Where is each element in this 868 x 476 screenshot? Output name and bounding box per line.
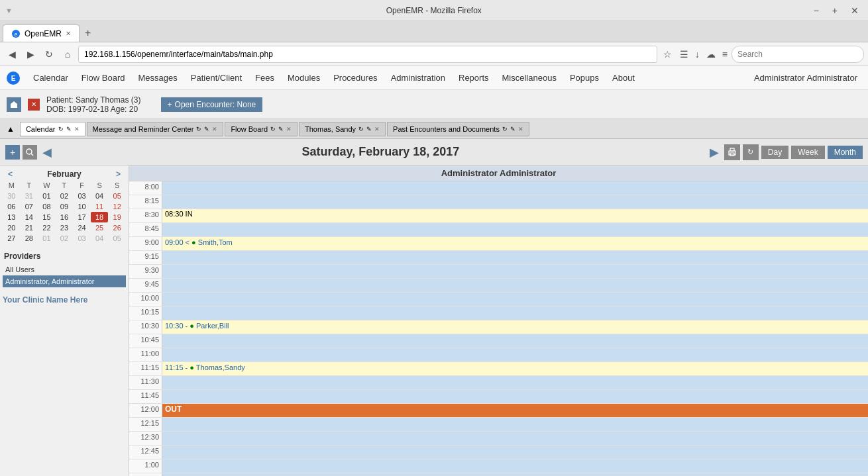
nav-patient[interactable]: Patient/Client (184, 69, 248, 87)
mini-cal-day[interactable]: 30 (3, 191, 21, 201)
tab-message-center[interactable]: Message and Reminder Center ↻ ✎ ✕ (87, 122, 224, 136)
appointment-text[interactable]: 10:30 - ● Parker,Bill (165, 322, 229, 330)
back-button[interactable]: ◀ (4, 46, 20, 62)
tab-encounters-close[interactable]: ✕ (518, 126, 523, 132)
mini-cal-day[interactable]: 12 (108, 201, 126, 212)
mini-cal-day[interactable]: 04 (91, 191, 109, 201)
mini-cal-day[interactable]: 02 (56, 233, 74, 244)
mini-cal-day[interactable]: 31 (21, 191, 38, 201)
tab-flow-board[interactable]: Flow Board ↻ ✎ ✕ (225, 122, 298, 136)
print-button[interactable] (724, 144, 740, 160)
patient-close-button[interactable]: ✕ (28, 99, 40, 111)
browser-tab[interactable]: e OpenEMR ✕ (3, 24, 80, 42)
minimize-button[interactable]: − (810, 4, 823, 17)
time-cell[interactable]: OUT (162, 404, 868, 417)
tab-refresh-icon[interactable]: ↻ (58, 126, 64, 132)
tab-flow-edit[interactable]: ✎ (278, 126, 284, 132)
nav-popups[interactable]: Popups (563, 69, 606, 87)
mini-cal-day[interactable]: 11 (91, 201, 109, 212)
mini-cal-day[interactable]: 04 (91, 233, 109, 244)
time-cell[interactable]: 11:15 - ● Thomas,Sandy (162, 362, 868, 375)
mini-cal-day[interactable]: 01 (38, 233, 56, 244)
next-day-button[interactable]: ▶ (707, 145, 722, 160)
mini-cal-day[interactable]: 08 (38, 201, 56, 212)
nav-about[interactable]: About (606, 69, 641, 87)
time-cell[interactable]: 08:30 IN (162, 209, 868, 222)
provider-all-users[interactable]: All Users (3, 263, 126, 275)
tab-calendar-close[interactable]: ✕ (74, 126, 80, 132)
nav-flow-board[interactable]: Flow Board (75, 69, 132, 87)
nav-administration[interactable]: Administration (384, 69, 452, 87)
sync-icon[interactable]: ☁ (705, 48, 717, 61)
download-icon[interactable]: ↓ (694, 48, 701, 61)
nav-fees[interactable]: Fees (248, 69, 281, 87)
forward-button[interactable]: ▶ (23, 46, 38, 62)
encounter-button[interactable]: + Open Encounter: None (161, 97, 263, 112)
time-cell[interactable]: 10:30 - ● Parker,Bill (162, 320, 868, 334)
provider-admin[interactable]: Administrator, Administrator (3, 275, 126, 287)
nav-modules[interactable]: Modules (281, 69, 327, 87)
tab-flow-refresh[interactable]: ↻ (270, 126, 276, 132)
nav-procedures[interactable]: Procedures (327, 69, 384, 87)
new-tab-button[interactable]: + (80, 24, 96, 42)
tabs-collapse-button[interactable]: ▲ (3, 123, 19, 135)
tab-past-encounters[interactable]: Past Encounters and Documents ↻ ✎ ✕ (387, 122, 529, 136)
mini-cal-day[interactable]: 03 (73, 191, 91, 201)
nav-reports[interactable]: Reports (452, 69, 496, 87)
add-appointment-button[interactable]: + (5, 145, 20, 160)
search-appointment-button[interactable] (23, 145, 37, 160)
tab-patient-edit[interactable]: ✎ (366, 126, 372, 132)
mini-cal-day[interactable]: 06 (3, 201, 21, 212)
window-controls[interactable]: − + ✕ (810, 4, 863, 17)
bookmark-button[interactable]: ☆ (660, 46, 676, 62)
mini-cal-day[interactable]: 15 (38, 212, 56, 222)
mini-cal-day[interactable]: 03 (73, 233, 91, 244)
mini-cal-prev[interactable]: < (5, 169, 15, 179)
mini-cal-day[interactable]: 18 (91, 212, 109, 222)
tab-encounters-edit[interactable]: ✎ (510, 126, 515, 132)
mini-cal-day[interactable]: 01 (38, 191, 56, 201)
time-cell[interactable]: 09:00 < ● Smith,Tom (162, 237, 868, 250)
reload-button[interactable]: ↻ (41, 46, 57, 62)
patient-icon-button[interactable] (7, 97, 21, 112)
mini-cal-day[interactable]: 17 (73, 212, 91, 222)
mini-cal-day[interactable]: 20 (3, 222, 21, 233)
tab-edit-icon[interactable]: ✎ (66, 126, 72, 132)
nav-miscellaneous[interactable]: Miscellaneous (496, 69, 563, 87)
mini-cal-next[interactable]: > (113, 169, 123, 179)
month-view-button[interactable]: Month (828, 146, 863, 159)
appointment-text[interactable]: 09:00 < ● Smith,Tom (165, 238, 233, 246)
mini-cal-day[interactable]: 10 (73, 201, 91, 212)
mini-cal-day[interactable]: 05 (108, 191, 126, 201)
mini-cal-day[interactable]: 19 (108, 212, 126, 222)
appointment-text[interactable]: 11:15 - ● Thomas,Sandy (165, 363, 245, 371)
nav-calendar[interactable]: Calendar (27, 69, 75, 87)
mini-cal-day[interactable]: 27 (3, 233, 21, 244)
tab-msg-close[interactable]: ✕ (212, 126, 217, 132)
tab-flow-close[interactable]: ✕ (286, 126, 292, 132)
mini-cal-day[interactable]: 13 (3, 212, 21, 222)
mini-cal-day[interactable]: 07 (21, 201, 38, 212)
mini-cal-day[interactable]: 21 (21, 222, 38, 233)
tab-patient-sandy[interactable]: Thomas, Sandy ↻ ✎ ✕ (299, 122, 386, 136)
menu-icon[interactable]: ≡ (721, 48, 729, 61)
mini-cal-day[interactable]: 26 (108, 222, 126, 233)
nav-messages[interactable]: Messages (132, 69, 184, 87)
mini-cal-day[interactable]: 22 (38, 222, 56, 233)
reader-icon[interactable]: ☰ (678, 48, 690, 61)
mini-cal-day[interactable]: 16 (56, 212, 74, 222)
home-button[interactable]: ⌂ (60, 46, 76, 62)
mini-cal-day[interactable]: 24 (73, 222, 91, 233)
tab-close-button[interactable]: ✕ (66, 30, 71, 37)
tab-calendar[interactable]: Calendar ↻ ✎ ✕ (20, 122, 85, 136)
address-bar[interactable] (78, 46, 657, 63)
week-view-button[interactable]: Week (791, 146, 824, 159)
close-button[interactable]: ✕ (847, 4, 863, 17)
maximize-button[interactable]: + (828, 4, 841, 17)
day-view-button[interactable]: Day (761, 146, 788, 159)
mini-cal-day[interactable]: 02 (56, 191, 74, 201)
mini-cal-day[interactable]: 09 (56, 201, 74, 212)
tab-msg-refresh[interactable]: ↻ (196, 126, 201, 132)
tab-patient-refresh[interactable]: ↻ (358, 126, 364, 132)
mini-cal-day[interactable]: 25 (91, 222, 109, 233)
